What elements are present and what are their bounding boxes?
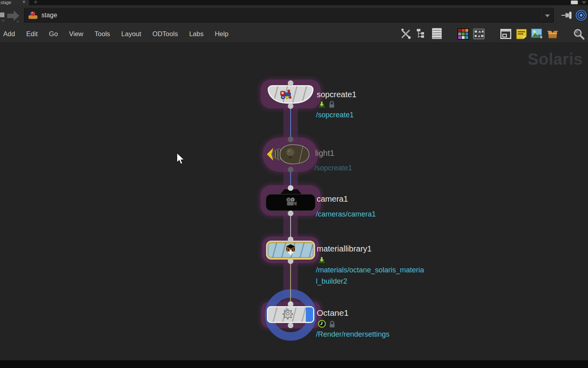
menu-bar: Add Edit Go View Tools Layout ODTools La… [0,25,588,43]
node-path-sopcreate1[interactable]: /sopcreate1 [316,111,354,119]
tab-strip: stage × + [0,0,588,5]
new-tab-icon[interactable]: + [34,0,37,5]
node-camera1[interactable] [266,194,316,211]
search-icon[interactable] [573,28,585,40]
back-history-arrow-icon[interactable] [1,20,5,22]
shape-palette-icon[interactable] [473,28,485,40]
pane-maximize-button[interactable] [571,0,578,4]
node-badges-sopcreate1 [318,101,335,110]
path-field-divider [542,10,542,21]
menu-add[interactable]: Add [3,25,20,43]
node-octane1[interactable] [267,306,314,323]
node-label-materiallibrary1[interactable]: materiallibrary1 [317,244,372,254]
node-path-materiallibrary1-line2[interactable]: l_builder2 [316,277,347,286]
path-field-value: stage [41,8,57,22]
display-flag[interactable] [306,307,313,322]
tree-view-icon[interactable] [415,28,427,40]
sop-import-badge-icon [318,101,326,110]
tools-icon[interactable] [400,28,412,40]
output-connector-light1[interactable] [288,167,293,172]
node-path-materiallibrary1-line1[interactable]: /materials/octane_solaris_materia [316,266,424,274]
sticky-note-icon[interactable] [515,28,527,40]
bottom-bar [0,360,588,368]
menu-help[interactable]: Help [209,25,234,43]
node-label-sopcreate1[interactable]: sopcreate1 [317,90,356,99]
node-badges-octane1 [318,320,336,329]
node-light1[interactable] [266,141,312,170]
lock-badge-icon [329,321,336,329]
window-layout-icon[interactable] [500,28,512,40]
node-label-light1[interactable]: light1 [315,149,334,158]
node-path-octane1[interactable]: /Render/rendersettings [316,330,389,339]
stage-icon [28,11,38,22]
input-connector-sopcreate1[interactable] [288,80,293,86]
tab-close-icon[interactable]: × [23,0,25,5]
editor-toolbar [400,25,588,43]
pane-menu-arrow-icon[interactable] [582,1,586,4]
menu-layout[interactable]: Layout [116,25,147,43]
sop-import-badge-icon [318,257,326,265]
wire-camera1-materiallibrary1[interactable] [290,213,291,239]
node-path-camera1[interactable]: /cameras/camera1 [316,210,376,219]
forward-history-arrow-icon[interactable] [16,21,19,23]
sopcreate-train-icon [280,89,293,102]
houdini-network-editor: stage × + stage [0,0,588,368]
menu-edit[interactable]: Edit [20,25,43,43]
octane-gear-icon [281,307,294,322]
pane-tab-label: stage [0,0,11,5]
output-connector-octane1[interactable] [288,323,293,328]
output-connector-sopcreate1[interactable] [288,103,293,109]
camera-icon [283,196,298,209]
menu-items: Add Edit Go View Tools Layout ODTools La… [3,25,234,43]
node-path-light1[interactable]: /sopcreate1 [314,164,352,172]
add-image-icon[interactable] [531,28,543,40]
wire-sopcreate1-light1[interactable] [290,106,291,139]
list-view-icon[interactable] [431,28,443,40]
menu-go[interactable]: Go [43,25,64,43]
menu-labs[interactable]: Labs [184,25,209,43]
solaris-watermark: Solaris [528,50,583,68]
input-connector-materiallibrary1[interactable] [288,237,293,242]
time-dependent-badge-icon [318,320,326,329]
pin-pane-icon[interactable] [561,10,574,22]
forward-arrow-icon[interactable] [14,10,19,21]
path-dropdown-arrow-icon[interactable] [545,14,550,17]
network-path-field[interactable]: stage [24,8,554,22]
wire-materiallibrary1-octane1[interactable] [290,261,291,304]
box-icon[interactable] [547,28,559,40]
menu-tools[interactable]: Tools [89,25,116,43]
link-target-icon[interactable] [575,9,588,23]
path-bar: stage [0,5,588,25]
input-connector-light1[interactable] [288,137,293,142]
node-label-octane1[interactable]: Octane1 [317,308,348,318]
menu-view[interactable]: View [64,25,89,43]
forward-button[interactable] [7,14,14,18]
material-cube-icon [285,243,296,257]
lock-badge-icon [328,101,335,110]
color-palette-icon[interactable] [457,28,469,40]
back-button[interactable] [0,12,4,17]
mouse-cursor [176,152,186,167]
node-materiallibrary1[interactable] [267,241,314,259]
node-badges-materiallibrary1 [318,257,326,265]
output-connector-materiallibrary1[interactable] [288,258,293,264]
output-connector-camera1[interactable] [288,211,293,216]
input-connector-camera1[interactable] [288,185,293,191]
node-label-camera1[interactable]: camera1 [317,194,348,204]
input-connector-octane1[interactable] [288,301,293,307]
menu-odtools[interactable]: ODTools [147,25,183,43]
